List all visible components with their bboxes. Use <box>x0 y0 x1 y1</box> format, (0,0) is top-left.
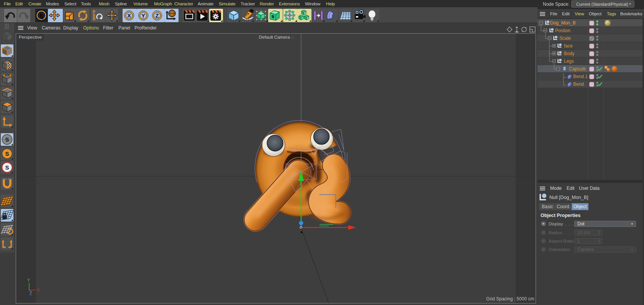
svg-text:S: S <box>5 164 9 171</box>
svg-text:S: S <box>5 150 9 157</box>
svg-text:X: X <box>37 288 40 292</box>
svg-text:R: R <box>93 17 96 21</box>
svg-text:Y: Y <box>27 278 30 282</box>
svg-text:Z: Z <box>155 12 159 19</box>
svg-text:X: X <box>127 12 131 19</box>
svg-text:Z: Z <box>29 291 32 296</box>
svg-text:S: S <box>5 136 9 143</box>
svg-text:Y: Y <box>141 12 145 19</box>
